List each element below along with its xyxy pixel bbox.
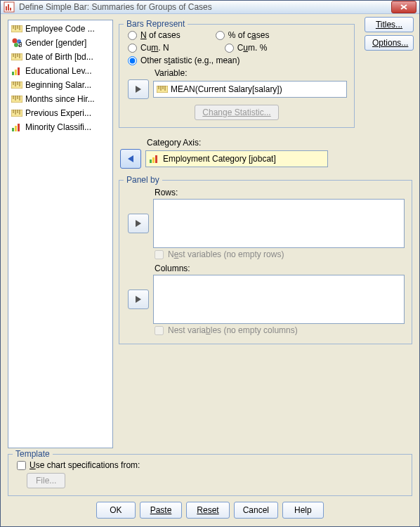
variable-list-item[interactable]: aGender [gender] bbox=[10, 36, 111, 50]
cancel-button[interactable]: Cancel bbox=[234, 502, 278, 519]
ok-button[interactable]: OK bbox=[96, 502, 135, 519]
rows-slot[interactable] bbox=[153, 199, 405, 248]
titles-button[interactable]: Titles... bbox=[365, 17, 414, 32]
panel-by-group: Panel by Rows: Nest variables (no empty … bbox=[119, 180, 412, 344]
columns-label: Columns: bbox=[155, 264, 405, 273]
svg-rect-48 bbox=[155, 155, 157, 163]
titlebar: Define Simple Bar: Summaries for Groups … bbox=[1, 1, 419, 14]
nest-cols-label: Nest variables (no empty columns) bbox=[168, 325, 298, 335]
help-button[interactable]: Help bbox=[282, 502, 324, 519]
radio-n-label: N of cases bbox=[140, 30, 181, 40]
variable-list-item[interactable]: Minority Classifi... bbox=[10, 120, 111, 134]
change-statistic-button: Change Statistic... bbox=[195, 105, 278, 120]
side-buttons: Titles... Options... bbox=[365, 17, 414, 51]
file-button: File... bbox=[27, 473, 65, 488]
variable-label: Date of Birth [bd... bbox=[25, 52, 93, 62]
svg-rect-21 bbox=[15, 70, 17, 75]
cols-slot[interactable] bbox=[153, 275, 405, 324]
variable-list[interactable]: Employee Code ...aGender [gender]Date of… bbox=[8, 20, 113, 448]
category-axis-label: Category Axis: bbox=[147, 138, 412, 148]
paste-button[interactable]: Paste bbox=[140, 502, 183, 519]
nest-rows-checkbox bbox=[155, 250, 164, 259]
panel-legend: Panel by bbox=[124, 175, 162, 185]
svg-rect-22 bbox=[18, 67, 20, 75]
app-icon bbox=[4, 1, 15, 13]
arrow-right-icon bbox=[136, 86, 141, 93]
radio-cum-n[interactable]: Cum. N bbox=[128, 43, 169, 53]
variable-list-item[interactable]: Previous Experi... bbox=[10, 106, 111, 120]
use-chart-check[interactable]: Use chart specifications from: bbox=[17, 460, 405, 470]
move-rows-button[interactable] bbox=[128, 214, 149, 233]
nest-cols-check: Nest variables (no empty columns) bbox=[155, 325, 405, 335]
window-title: Define Simple Bar: Summaries for Groups … bbox=[19, 2, 391, 12]
radio-cumn-label: Cum. N bbox=[140, 43, 169, 53]
nest-rows-check: Nest variables (no empty rows) bbox=[155, 249, 405, 259]
svg-rect-6 bbox=[11, 25, 22, 32]
svg-rect-3 bbox=[10, 8, 11, 11]
svg-rect-20 bbox=[12, 72, 14, 75]
variable-label: Minority Classifi... bbox=[25, 122, 91, 132]
move-variable-button[interactable] bbox=[128, 79, 149, 99]
variable-label: Educational Lev... bbox=[25, 66, 92, 76]
svg-point-11 bbox=[13, 39, 18, 44]
variable-slot[interactable]: MEAN(Current Salary[salary]) bbox=[153, 81, 347, 98]
variable-list-item[interactable]: Date of Birth [bd... bbox=[10, 50, 111, 64]
dialog-window: Define Simple Bar: Summaries for Groups … bbox=[0, 0, 420, 527]
svg-rect-46 bbox=[150, 160, 152, 163]
variable-list-item[interactable]: Months since Hir... bbox=[10, 92, 111, 106]
variable-list-item[interactable]: Beginning Salar... bbox=[10, 78, 111, 92]
variable-label: Beginning Salar... bbox=[25, 80, 91, 90]
nest-cols-checkbox bbox=[155, 326, 164, 335]
ordinal-icon bbox=[149, 153, 160, 164]
close-icon bbox=[400, 4, 407, 10]
nest-rows-label: Nest variables (no empty rows) bbox=[168, 249, 284, 259]
template-group: Template Use chart specifications from: … bbox=[8, 454, 412, 496]
bars-represent-group: Bars Represent N of cases % of cases Cum… bbox=[119, 24, 355, 128]
close-button[interactable] bbox=[391, 1, 416, 13]
variable-label: Gender [gender] bbox=[25, 38, 86, 48]
arrow-right-icon bbox=[136, 296, 141, 303]
category-axis-section: Category Axis: Employment Category [jobc… bbox=[119, 136, 412, 169]
svg-rect-23 bbox=[11, 82, 22, 89]
variable-list-item[interactable]: Educational Lev... bbox=[10, 64, 111, 78]
svg-rect-33 bbox=[11, 110, 22, 117]
reset-button[interactable]: Reset bbox=[186, 502, 229, 519]
content: Employee Code ...aGender [gender]Date of… bbox=[1, 14, 419, 527]
scale-icon bbox=[11, 108, 22, 119]
scale-icon bbox=[157, 84, 168, 95]
scale-icon bbox=[11, 93, 22, 105]
use-chart-checkbox[interactable] bbox=[17, 461, 26, 470]
svg-rect-15 bbox=[11, 53, 22, 60]
svg-rect-39 bbox=[15, 126, 17, 131]
category-axis-value: Employment Category [jobcat] bbox=[163, 154, 276, 164]
variable-value: MEAN(Current Salary[salary]) bbox=[171, 84, 282, 94]
variable-label: Employee Code ... bbox=[25, 24, 95, 34]
svg-rect-1 bbox=[6, 6, 7, 11]
nominal-icon: a bbox=[11, 37, 22, 48]
radio-cum-pct[interactable]: Cum. % bbox=[225, 43, 268, 53]
titles-label: Titles... bbox=[376, 20, 402, 30]
radio-other-label: Other statistic (e.g., mean) bbox=[140, 56, 239, 65]
radio-other-stat[interactable]: Other statistic (e.g., mean) bbox=[128, 56, 239, 65]
move-cols-button[interactable] bbox=[128, 289, 149, 309]
radio-n-cases[interactable]: N of cases bbox=[128, 30, 181, 40]
footer: OK Paste Reset Cancel Help bbox=[8, 496, 412, 526]
svg-rect-2 bbox=[8, 4, 9, 11]
template-legend: Template bbox=[13, 449, 53, 459]
options-label: Options... bbox=[372, 38, 408, 48]
radio-pct-cases[interactable]: % of cases bbox=[216, 30, 270, 40]
variable-list-item[interactable]: Employee Code ... bbox=[10, 22, 111, 36]
variable-label: Previous Experi... bbox=[25, 108, 91, 118]
variable-label: Variable: bbox=[155, 68, 347, 78]
ordinal-icon bbox=[11, 122, 22, 133]
ordinal-icon bbox=[11, 65, 22, 77]
svg-rect-38 bbox=[12, 128, 14, 131]
variable-label: Months since Hir... bbox=[25, 94, 95, 104]
move-category-button[interactable] bbox=[120, 149, 141, 169]
svg-rect-40 bbox=[18, 124, 20, 131]
radio-cumpct-label: Cum. % bbox=[237, 43, 268, 53]
category-axis-slot[interactable]: Employment Category [jobcat] bbox=[145, 150, 328, 167]
scale-icon bbox=[11, 79, 22, 91]
scale-icon bbox=[11, 51, 22, 63]
options-button[interactable]: Options... bbox=[365, 35, 414, 51]
